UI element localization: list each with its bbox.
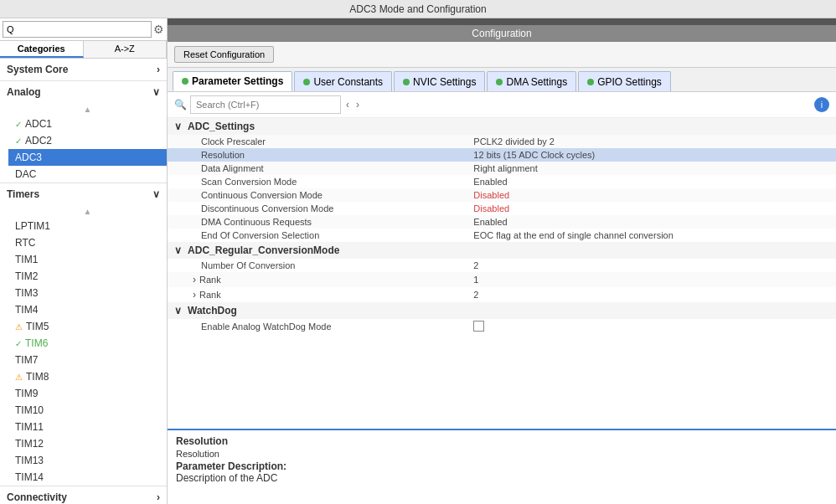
expand-icon-rank1[interactable]: › bbox=[193, 274, 196, 285]
sidebar-item-tim8[interactable]: ⚠ TIM8 bbox=[8, 368, 167, 385]
tab-label-gpio: GPIO Settings bbox=[597, 76, 662, 88]
sidebar-item-rtc[interactable]: RTC bbox=[8, 234, 167, 251]
sidebar-search-input[interactable] bbox=[3, 21, 152, 38]
desc-title: Resolution bbox=[176, 435, 828, 447]
sidebar-item-tim13[interactable]: TIM13 bbox=[8, 452, 167, 469]
section-timers-header[interactable]: Timers ∨ bbox=[0, 183, 167, 205]
section-connectivity: Connectivity › bbox=[0, 486, 167, 504]
sidebar-item-tim10[interactable]: TIM10 bbox=[8, 402, 167, 419]
config-value-rank2[interactable]: 2 bbox=[467, 287, 836, 302]
prev-search-button[interactable]: ‹ bbox=[344, 97, 351, 112]
chevron-right-icon-connectivity: › bbox=[157, 491, 160, 503]
watchdog-checkbox[interactable] bbox=[473, 321, 484, 332]
config-table: ∨ ADC_Settings Clock Prescaler PCLK2 div… bbox=[168, 118, 836, 333]
collapse-icon-regular[interactable]: ∨ bbox=[174, 244, 182, 256]
section-system-core: System Core › bbox=[0, 59, 167, 81]
sidebar-item-tim14[interactable]: TIM14 bbox=[8, 469, 167, 486]
config-value-data-alignment[interactable]: Right alignment bbox=[467, 162, 836, 175]
sidebar-item-lptim1[interactable]: LPTIM1 bbox=[8, 218, 167, 234]
sidebar-item-label-tim6: TIM6 bbox=[25, 337, 48, 349]
tab-parameter-settings[interactable]: Parameter Settings bbox=[173, 71, 292, 91]
tab-nvic-settings[interactable]: NVIC Settings bbox=[394, 71, 485, 91]
config-value-resolution[interactable]: 12 bits (15 ADC Clock cycles) bbox=[467, 148, 836, 162]
config-label-watchdog-mode: Enable Analog WatchDog Mode bbox=[168, 319, 467, 333]
sidebar-item-adc2[interactable]: ✓ ADC2 bbox=[8, 132, 167, 149]
tab-categories[interactable]: Categories bbox=[0, 41, 84, 58]
sidebar-item-label-tim12: TIM12 bbox=[15, 438, 44, 450]
sidebar-item-tim7[interactable]: TIM7 bbox=[8, 352, 167, 368]
config-value-cont-conv[interactable]: Disabled bbox=[467, 188, 836, 202]
tab-dot-parameter bbox=[182, 78, 188, 85]
sidebar-item-label-tim13: TIM13 bbox=[15, 455, 44, 466]
tab-user-constants[interactable]: User Constants bbox=[294, 71, 392, 91]
sidebar-item-label-lptim1: LPTIM1 bbox=[15, 220, 50, 232]
sidebar-item-label-tim2: TIM2 bbox=[15, 270, 38, 282]
tab-label-user: User Constants bbox=[313, 76, 383, 88]
config-row-discont-conv: Discontinuous Conversion Mode Disabled bbox=[168, 202, 836, 215]
config-row-cont-conv: Continuous Conversion Mode Disabled bbox=[168, 188, 836, 202]
toolbar-row: Reset Configuration bbox=[168, 42, 836, 68]
config-search-input[interactable] bbox=[190, 95, 341, 114]
config-label-data-alignment: Data Alignment bbox=[168, 162, 467, 175]
config-row-num-conv: Number Of Conversion 2 bbox=[168, 259, 836, 272]
sidebar-item-label-dac: DAC bbox=[15, 168, 36, 180]
sidebar-item-tim2[interactable]: TIM2 bbox=[8, 268, 167, 285]
sidebar-item-dac[interactable]: DAC bbox=[8, 166, 167, 183]
description-area: Resolution Resolution Parameter Descript… bbox=[168, 429, 836, 504]
sidebar-item-tim3[interactable]: TIM3 bbox=[8, 285, 167, 301]
tab-dma-settings[interactable]: DMA Settings bbox=[487, 71, 576, 91]
collapse-icon-watchdog[interactable]: ∨ bbox=[174, 305, 182, 316]
sidebar-item-label-tim4: TIM4 bbox=[15, 304, 38, 316]
sidebar-item-label-rtc: RTC bbox=[15, 237, 35, 249]
config-value-num-conv[interactable]: 2 bbox=[467, 259, 836, 272]
sidebar-item-adc3[interactable]: ADC3 bbox=[8, 149, 167, 166]
reset-configuration-button[interactable]: Reset Configuration bbox=[174, 46, 274, 63]
config-value-dma-cont[interactable]: Enabled bbox=[467, 215, 836, 229]
config-value-eoc[interactable]: EOC flag at the end of single channel co… bbox=[467, 229, 836, 242]
tab-label-dma: DMA Settings bbox=[506, 76, 567, 88]
search-filter-row: 🔍 ‹ › i bbox=[168, 92, 836, 118]
expand-icon-rank2[interactable]: › bbox=[193, 289, 196, 301]
config-row-scan-conv: Scan Conversion Mode Enabled bbox=[168, 175, 836, 188]
info-button[interactable]: i bbox=[814, 97, 829, 112]
config-label-num-conv: Number Of Conversion bbox=[168, 259, 467, 272]
tab-az[interactable]: A->Z bbox=[84, 41, 168, 58]
section-system-core-label: System Core bbox=[7, 64, 68, 75]
check-icon-tim6: ✓ bbox=[15, 339, 22, 348]
config-label-rank1: ›Rank bbox=[168, 272, 467, 287]
scroll-up-timers: ▲ bbox=[8, 205, 167, 218]
section-system-core-header[interactable]: System Core › bbox=[0, 59, 167, 80]
settings-icon[interactable]: ⚙ bbox=[153, 23, 164, 36]
content-right: Configuration Reset Configuration Parame… bbox=[168, 18, 836, 504]
section-connectivity-label: Connectivity bbox=[7, 491, 67, 503]
sidebar-item-tim4[interactable]: TIM4 bbox=[8, 301, 167, 318]
sidebar-item-tim12[interactable]: TIM12 bbox=[8, 435, 167, 452]
timers-items: ▲ LPTIM1 RTC TIM1 TIM2 TIM3 bbox=[0, 205, 167, 486]
collapse-icon-adc[interactable]: ∨ bbox=[174, 121, 182, 132]
sidebar-item-tim6[interactable]: ✓ TIM6 bbox=[8, 335, 167, 352]
adc-regular-label: ADC_Regular_ConversionMode bbox=[188, 244, 339, 256]
sidebar-item-label-tim3: TIM3 bbox=[15, 287, 38, 299]
config-row-resolution: Resolution 12 bits (15 ADC Clock cycles) bbox=[168, 148, 836, 162]
next-search-button[interactable]: › bbox=[354, 97, 361, 112]
config-value-rank1[interactable]: 1 bbox=[467, 272, 836, 287]
section-connectivity-header[interactable]: Connectivity › bbox=[0, 486, 167, 504]
sidebar-tabs: Categories A->Z bbox=[0, 41, 167, 59]
config-value-scan-conv[interactable]: Enabled bbox=[467, 175, 836, 188]
sidebar-item-tim9[interactable]: TIM9 bbox=[8, 385, 167, 402]
chevron-down-icon: ∨ bbox=[152, 86, 160, 98]
sidebar-item-tim11[interactable]: TIM11 bbox=[8, 419, 167, 435]
sidebar-item-tim1[interactable]: TIM1 bbox=[8, 251, 167, 268]
tab-gpio-settings[interactable]: GPIO Settings bbox=[578, 71, 671, 91]
config-value-watchdog-mode[interactable] bbox=[467, 319, 836, 333]
config-value-discont-conv[interactable]: Disabled bbox=[467, 202, 836, 215]
section-analog-header[interactable]: Analog ∨ bbox=[0, 81, 167, 103]
sidebar-item-tim5[interactable]: ⚠ TIM5 bbox=[8, 318, 167, 335]
sidebar-content: System Core › Analog ∨ ▲ ✓ ADC1 ✓ bbox=[0, 59, 167, 504]
config-label-cont-conv: Continuous Conversion Mode bbox=[168, 188, 467, 202]
watchdog-label: WatchDog bbox=[188, 305, 237, 316]
sidebar-item-adc1[interactable]: ✓ ADC1 bbox=[8, 116, 167, 132]
sidebar-item-label-tim10: TIM10 bbox=[15, 404, 44, 416]
desc-param-label: Parameter Description: bbox=[176, 460, 828, 472]
config-value-clock-prescaler[interactable]: PCLK2 divided by 2 bbox=[467, 135, 836, 148]
